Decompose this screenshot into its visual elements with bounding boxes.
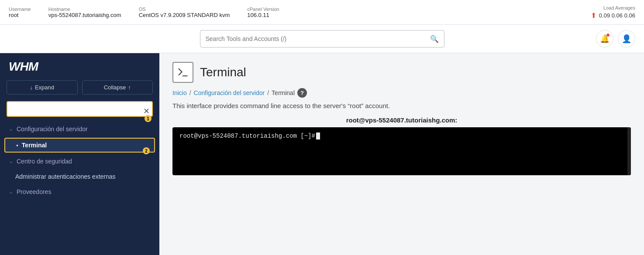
terminal-user: root@vps-5524087.tutoriaishg.com: [172, 116, 631, 124]
page-description: This interface provides command line acc… [172, 102, 631, 109]
main-layout: WHM ↓ Expand Collapse ↑ terminal ✕ 1 ⌄ C… [0, 53, 644, 255]
top-bar: Username root Hostname vps-5524087.tutor… [0, 0, 644, 25]
hostname-value: vps-5524087.tutoriaishg.com [48, 12, 121, 18]
username-value: root [9, 12, 31, 18]
cpanel-item: cPanel Version 106.0.11 [247, 7, 279, 18]
os-value: CentOS v7.9.2009 STANDARD kvm [139, 12, 230, 18]
collapse-label: Collapse [104, 84, 126, 91]
breadcrumb: Inicio / Configuración del servidor / Te… [172, 88, 631, 98]
nav-section-providers-label: Proveedores [17, 188, 51, 195]
breadcrumb-sep-2: / [267, 89, 269, 96]
user-icon: 👤 [622, 34, 631, 44]
chevron-down-icon: ⌄ [9, 126, 13, 132]
terminal-prompt: root@vps-5524087.tutoriaishg.com [~]# [179, 133, 624, 139]
nav-section-security[interactable]: ⌄ Centro de seguridad [0, 153, 159, 169]
notifications-button[interactable]: 🔔 [596, 30, 613, 48]
terminal-icon-box [172, 62, 193, 83]
chevron-down-icon-3: ⌄ [9, 189, 13, 195]
sidebar-nav: ⌄ Configuración del servidor ● Terminal … [0, 121, 159, 255]
collapse-button[interactable]: Collapse ↑ [82, 80, 153, 95]
terminal-icon [177, 66, 189, 78]
nav-item-terminal[interactable]: ● Terminal 2 [4, 138, 155, 153]
notification-dot [606, 33, 610, 37]
cpanel-label: cPanel Version [247, 7, 279, 12]
sidebar-search-badge: 1 [145, 115, 152, 122]
os-item: OS CentOS v7.9.2009 STANDARD kvm [139, 7, 230, 18]
load-values-row: ⬆ 0.09 0.06 0.06 [591, 11, 635, 20]
breadcrumb-inicio[interactable]: Inicio [172, 89, 187, 96]
search-input[interactable] [206, 35, 430, 42]
hostname-item: Hostname vps-5524087.tutoriaishg.com [48, 7, 121, 18]
breadcrumb-config[interactable]: Configuración del servidor [194, 89, 265, 96]
sidebar-logo: WHM [0, 53, 159, 80]
expand-label: Expand [35, 84, 54, 91]
os-label: OS [139, 7, 230, 12]
search-icon-button[interactable]: 🔍 [430, 35, 439, 43]
load-label: Load Averages [603, 5, 635, 10]
secondary-header: 🔍 🔔 👤 [0, 25, 644, 53]
sidebar-search-wrap: terminal ✕ 1 [0, 101, 159, 121]
chevron-down-icon-2: ⌄ [9, 158, 13, 164]
active-dot: ● [16, 143, 18, 147]
nav-section-config-label: Configuración del servidor [17, 126, 88, 133]
whm-logo: WHM [9, 60, 38, 74]
terminal-container[interactable]: root@vps-5524087.tutoriaishg.com [~]# [172, 127, 631, 175]
terminal-cursor [316, 133, 320, 139]
collapse-icon: ↑ [128, 84, 131, 91]
breadcrumb-current: Terminal [272, 89, 295, 96]
expand-button[interactable]: ↓ Expand [7, 80, 78, 95]
nav-section-security-label: Centro de seguridad [17, 158, 72, 165]
help-icon[interactable]: ? [297, 88, 307, 98]
load-averages: Load Averages ⬆ 0.09 0.06 0.06 [591, 5, 635, 20]
terminal-prompt-text: root@vps-5524087.tutoriaishg.com [~]# [179, 133, 315, 139]
sidebar-search-input[interactable]: terminal [7, 101, 153, 117]
username-label: Username [9, 7, 31, 12]
nav-item-terminal-label: Terminal [22, 142, 47, 149]
header-actions: 🔔 👤 [596, 30, 635, 48]
breadcrumb-sep-1: / [189, 89, 191, 96]
load-nums: 0.09 0.06 0.06 [599, 12, 635, 19]
top-bar-info: Username root Hostname vps-5524087.tutor… [9, 7, 591, 18]
sidebar: WHM ↓ Expand Collapse ↑ terminal ✕ 1 ⌄ C… [0, 53, 159, 255]
hostname-label: Hostname [48, 7, 121, 12]
cpanel-value: 106.0.11 [247, 12, 279, 18]
terminal-scrollbar[interactable] [627, 127, 631, 175]
nav-section-config[interactable]: ⌄ Configuración del servidor [0, 121, 159, 137]
nav-item-badge: 2 [143, 147, 150, 154]
content-area: Terminal Inicio / Configuración del serv… [159, 53, 644, 255]
nav-section-providers[interactable]: ⌄ Proveedores [0, 184, 159, 200]
user-profile-button[interactable]: 👤 [618, 30, 635, 48]
nav-item-external-auth[interactable]: Administrar autenticaciones externas [0, 169, 159, 184]
page-title-row: Terminal [172, 62, 631, 83]
username-item: Username root [9, 7, 31, 18]
sidebar-search-clear[interactable]: ✕ [143, 107, 150, 115]
sidebar-buttons: ↓ Expand Collapse ↑ [0, 80, 159, 101]
search-container: 🔍 [200, 30, 444, 48]
search-bar-wrap: 🔍 [200, 30, 444, 48]
load-arrow-icon: ⬆ [591, 11, 596, 20]
expand-icon: ↓ [30, 84, 33, 91]
nav-item-external-auth-label: Administrar autenticaciones externas [15, 173, 116, 180]
page-title: Terminal [200, 65, 246, 79]
